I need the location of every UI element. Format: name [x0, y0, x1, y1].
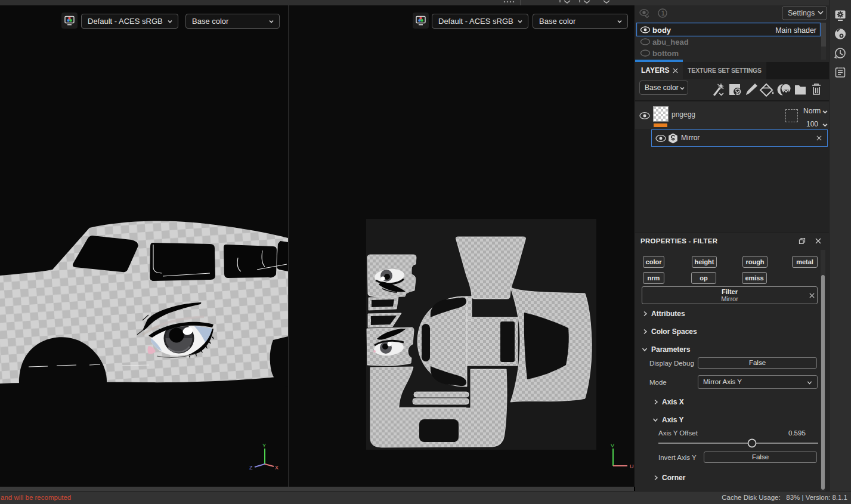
svg-text:abu_head: abu_head — [652, 38, 689, 47]
svg-text:Main shader: Main shader — [775, 26, 816, 35]
svg-text:X: X — [275, 465, 278, 471]
svg-text:U: U — [630, 463, 634, 469]
svg-text:bottom: bottom — [652, 49, 679, 58]
svg-text:1: 1 — [661, 10, 665, 17]
svg-text:V: V — [611, 443, 614, 449]
svg-text:Y: Y — [262, 443, 266, 449]
svg-text:Z: Z — [249, 465, 253, 471]
svg-text:body: body — [652, 26, 671, 35]
svg-text:Settings: Settings — [788, 9, 815, 17]
